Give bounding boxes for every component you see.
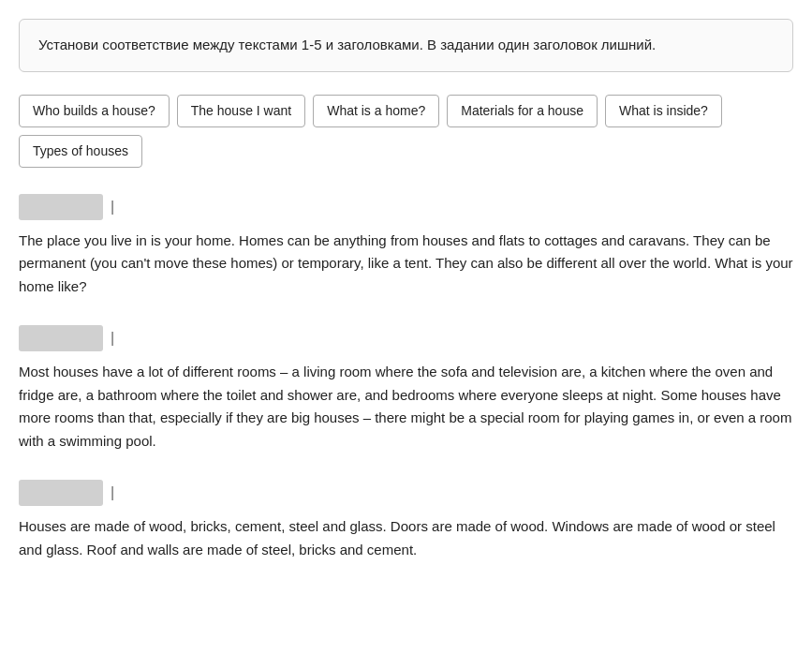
section-1: |The place you live in is your home. Hom…: [19, 194, 793, 299]
instruction-text: Установи соответствие между текстами 1-5…: [38, 37, 656, 52]
tag-item[interactable]: The house I want: [177, 95, 305, 127]
answer-divider-2: |: [111, 327, 114, 349]
tag-item[interactable]: What is inside?: [605, 95, 722, 127]
answer-row-3: |: [19, 480, 793, 506]
tags-container: Who builds a house?The house I wantWhat …: [19, 95, 793, 168]
answer-slot-2[interactable]: [19, 325, 103, 351]
section-3: |Houses are made of wood, bricks, cement…: [19, 480, 793, 562]
section-2: |Most houses have a lot of different roo…: [19, 325, 793, 453]
answer-row-1: |: [19, 194, 793, 220]
tag-item[interactable]: Who builds a house?: [19, 95, 170, 127]
answer-row-2: |: [19, 325, 793, 351]
answer-slot-3[interactable]: [19, 480, 103, 506]
tag-item[interactable]: What is a home?: [313, 95, 439, 127]
answer-divider-1: |: [111, 196, 114, 218]
paragraph-3: Houses are made of wood, bricks, cement,…: [19, 515, 793, 562]
paragraph-2: Most houses have a lot of different room…: [19, 361, 793, 453]
sections-container: |The place you live in is your home. Hom…: [19, 194, 793, 562]
answer-slot-1[interactable]: [19, 194, 103, 220]
paragraph-1: The place you live in is your home. Home…: [19, 230, 793, 299]
tag-item[interactable]: Types of houses: [19, 135, 142, 168]
tag-item[interactable]: Materials for a house: [447, 95, 598, 127]
instruction-box: Установи соответствие между текстами 1-5…: [19, 19, 793, 72]
answer-divider-3: |: [111, 482, 114, 504]
